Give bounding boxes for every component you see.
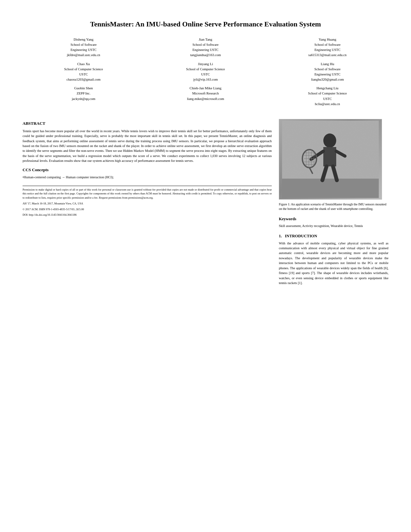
author-email-8: liang.mike@microsoft.com xyxy=(148,96,263,102)
authors-col-3: Yang Huang School of Software Engineerin… xyxy=(267,37,388,110)
intro-number: 1. xyxy=(279,234,282,238)
author-email-1: jkfdre@mail.ustc.edu.cn xyxy=(26,53,141,58)
author-aff1-4: School of Computer Science xyxy=(26,67,141,72)
svg-rect-2 xyxy=(282,179,379,198)
svg-rect-4 xyxy=(323,147,336,166)
intro-header: 1. INTRODUCTION xyxy=(279,233,388,239)
figure-1 xyxy=(279,119,382,200)
author-guobin-shen: Guobin Shen ZEPP Inc. jackysh@qq.com xyxy=(26,85,141,102)
authors-col-1: Disheng Yang School of Software Engineer… xyxy=(23,37,144,110)
svg-point-3 xyxy=(323,133,336,148)
author-aff2-6: Engineering USTC xyxy=(270,72,385,77)
author-aff1-7: ZEPP Inc. xyxy=(26,91,141,96)
right-column: Figure 1: An application scenario of Ten… xyxy=(279,119,388,287)
author-jinyang-li: Jinyang Li School of Computer Science US… xyxy=(148,61,263,83)
author-liang-hu: Liang Hu School of Software Engineering … xyxy=(270,61,385,83)
intro-text: With the advance of mobile computing, cy… xyxy=(279,241,388,286)
ccs-text: •Human-centered computing → Human comput… xyxy=(23,175,272,180)
figure-caption: Figure 1: An application scenario of Ten… xyxy=(279,202,388,211)
keywords-section: Keywords Skill assessment, Activity reco… xyxy=(279,216,388,229)
author-aff1-6: School of Software xyxy=(270,67,385,72)
authors-grid: Disheng Yang School of Software Engineer… xyxy=(23,37,388,110)
author-chiehjan-liang: Chieh-Jan Mike Liang Microsoft Research … xyxy=(148,85,263,102)
abstract-title: ABSTRACT xyxy=(23,120,272,127)
footnote-area: Permission to make digital or hard copie… xyxy=(23,186,272,217)
author-aff1-3: School of Software xyxy=(270,42,385,47)
author-name-8: Chieh-Jan Mike Liang xyxy=(148,85,263,91)
author-name-2: Jian Tang xyxy=(148,37,263,42)
author-aff2-5: USTC xyxy=(148,72,263,77)
author-email-7: jackysh@qq.com xyxy=(26,96,141,102)
intro-title: INTRODUCTION xyxy=(285,234,317,238)
footnote-copyright: © 2017 ACM. ISBN 978-1-4503-4835-5/17/03… xyxy=(23,207,272,212)
author-aff2-4: USTC xyxy=(26,72,141,77)
author-yang-huang: Yang Huang School of Software Engineerin… xyxy=(270,37,385,58)
figure-caption-text: Figure 1: An application scenario of Ten… xyxy=(279,202,387,211)
author-name-9: Hengchang Liu xyxy=(270,85,385,91)
authors-col-2: Jian Tang School of Software Engineering… xyxy=(144,37,266,110)
author-chao-xu: Chao Xu School of Computer Science USTC … xyxy=(26,61,141,83)
author-email-6: lianghu320@gmail.com xyxy=(270,77,385,82)
keywords-title: Keywords xyxy=(279,216,388,222)
footnote-conference: AH '17, March 16-18, 2017, Mountain View… xyxy=(23,202,272,206)
author-name-4: Chao Xu xyxy=(26,61,141,67)
author-aff1-5: School of Computer Science xyxy=(148,67,263,72)
main-content: ABSTRACT Tennis sport has become more po… xyxy=(23,119,388,287)
keywords-text: Skill assessment, Activity recognition, … xyxy=(279,223,388,228)
paper-title: TennisMaster: An IMU-based Online Serve … xyxy=(23,19,388,29)
author-email-5: jyli@vip.163.com xyxy=(148,77,263,82)
intro-section: 1. INTRODUCTION With the advance of mobi… xyxy=(279,233,388,286)
footnote-permission: Permission to make digital or hard copie… xyxy=(23,188,272,200)
author-aff2-9: USTC xyxy=(270,96,385,102)
author-aff2-1: Engineering USTC xyxy=(26,47,141,53)
author-email-9: hcliu@ustc.edu.cn xyxy=(270,102,385,107)
author-name-6: Liang Hu xyxy=(270,61,385,67)
author-disheng-yang: Disheng Yang School of Software Engineer… xyxy=(26,37,141,58)
author-name-7: Guobin Shen xyxy=(26,85,141,91)
author-aff1-9: School of Computer Science xyxy=(270,91,385,96)
author-name-1: Disheng Yang xyxy=(26,37,141,42)
author-email-4: chaoxu1203@gmail.com xyxy=(26,77,141,82)
author-jian-tang: Jian Tang School of Software Engineering… xyxy=(148,37,263,58)
ccs-section: CCS Concepts •Human-centered computing →… xyxy=(23,167,272,180)
author-aff2-2: Engineering USTC xyxy=(148,47,263,53)
ccs-title: CCS Concepts xyxy=(23,167,272,173)
figure-image xyxy=(279,119,382,199)
author-email-3: sa615313@mail.ustc.edu.cn xyxy=(270,53,385,58)
abstract-text: Tennis sport has become more popular all… xyxy=(23,129,272,163)
author-aff1-8: Microsoft Research xyxy=(148,91,263,96)
author-name-5: Jinyang Li xyxy=(148,61,263,67)
left-column: ABSTRACT Tennis sport has become more po… xyxy=(23,119,272,287)
author-aff1-1: School of Software xyxy=(26,42,141,47)
author-email-2: tangjiandna@163.com xyxy=(148,53,263,58)
author-hengchang-liu: Hengchang Liu School of Computer Science… xyxy=(270,85,385,107)
footnote-doi: DOI: http://dx.doi.org/10.1145/3041164.3… xyxy=(23,213,272,217)
author-name-3: Yang Huang xyxy=(270,37,385,42)
author-aff2-3: Engineering USTC xyxy=(270,47,385,53)
author-aff1-2: School of Software xyxy=(148,42,263,47)
